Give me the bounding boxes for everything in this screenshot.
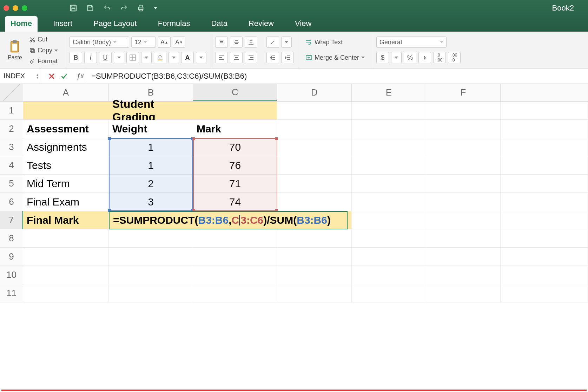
percent-button[interactable]: % <box>404 52 416 63</box>
cell-c6[interactable]: 74 <box>193 193 277 211</box>
col-header-d[interactable]: D <box>277 84 352 101</box>
row-header-10[interactable]: 10 <box>0 266 23 284</box>
minimize-window-button[interactable] <box>13 5 18 11</box>
row-header-1[interactable]: 1 <box>0 102 23 119</box>
font-size-combo[interactable]: 12 <box>131 37 156 48</box>
name-box[interactable]: INDEX ▴▾ <box>0 68 42 84</box>
col-header-a[interactable]: A <box>23 84 109 101</box>
col-header-g[interactable] <box>501 84 588 101</box>
format-painter-button[interactable]: Format <box>26 56 61 66</box>
font-color-more-button[interactable] <box>196 52 206 63</box>
paste-button[interactable]: Paste <box>5 34 25 66</box>
cell-b8[interactable] <box>109 229 193 247</box>
cell-d10[interactable] <box>277 266 352 284</box>
bold-button[interactable]: B <box>70 52 82 63</box>
cell-g9[interactable] <box>501 248 588 266</box>
decrease-decimal-button[interactable]: .00.0 <box>448 52 461 63</box>
cell-g3[interactable] <box>501 138 588 156</box>
cell-c10[interactable] <box>193 266 277 284</box>
cell-b11[interactable] <box>109 284 193 302</box>
cell-d1[interactable] <box>277 102 352 119</box>
cell-g8[interactable] <box>501 229 588 247</box>
font-name-combo[interactable]: Calibri (Body) <box>70 37 129 48</box>
cell-b4[interactable]: 1 <box>109 156 193 174</box>
tab-insert[interactable]: Insert <box>47 16 78 32</box>
underline-more-button[interactable] <box>114 52 124 63</box>
cell-e3[interactable] <box>352 138 426 156</box>
cell-d3[interactable] <box>277 138 352 156</box>
cell-c4[interactable]: 76 <box>193 156 277 174</box>
cell-b3[interactable]: 1 <box>109 138 193 156</box>
cell-d5[interactable] <box>277 175 352 192</box>
cell-d9[interactable] <box>277 248 352 266</box>
number-format-combo[interactable]: General <box>376 37 447 48</box>
row-header-4[interactable]: 4 <box>0 156 23 174</box>
cell-a6[interactable]: Final Exam <box>23 193 109 211</box>
tab-view[interactable]: View <box>289 16 317 32</box>
cell-c11[interactable] <box>193 284 277 302</box>
cell-c3[interactable]: 70 <box>193 138 277 156</box>
increase-font-button[interactable]: A▲ <box>158 37 171 48</box>
tab-review[interactable]: Review <box>243 16 279 32</box>
cell-g11[interactable] <box>501 284 588 302</box>
cancel-formula-button[interactable] <box>48 72 55 80</box>
print-icon[interactable] <box>137 4 145 12</box>
orientation-more-button[interactable] <box>281 37 292 48</box>
cell-a1[interactable] <box>23 102 109 119</box>
accept-formula-button[interactable] <box>60 72 68 80</box>
cell-e7[interactable] <box>352 211 426 229</box>
cell-f2[interactable] <box>426 120 501 138</box>
cell-f4[interactable] <box>426 156 501 174</box>
tab-home[interactable]: Home <box>5 16 38 32</box>
cell-a8[interactable] <box>23 229 109 247</box>
align-right-button[interactable] <box>245 52 257 63</box>
cell-f8[interactable] <box>426 229 501 247</box>
cell-c5[interactable]: 71 <box>193 175 277 192</box>
row-header-9[interactable]: 9 <box>0 248 23 266</box>
cell-f9[interactable] <box>426 248 501 266</box>
borders-more-button[interactable] <box>141 52 152 63</box>
cell-g1[interactable] <box>501 102 588 119</box>
cell-e9[interactable] <box>352 248 426 266</box>
cell-d2[interactable] <box>277 120 352 138</box>
align-bottom-button[interactable] <box>245 37 257 48</box>
row-header-2[interactable]: 2 <box>0 120 23 138</box>
qat-customize-icon[interactable] <box>154 7 157 9</box>
row-header-5[interactable]: 5 <box>0 175 23 192</box>
tab-formulas[interactable]: Formulas <box>152 16 196 32</box>
cell-d4[interactable] <box>277 156 352 174</box>
close-window-button[interactable] <box>4 5 9 11</box>
cell-b1-title[interactable]: Student Grading <box>109 102 193 119</box>
cut-button[interactable]: Cut <box>26 34 61 45</box>
cell-g5[interactable] <box>501 175 588 192</box>
italic-button[interactable]: I <box>84 52 97 63</box>
col-header-c[interactable]: C <box>193 84 277 101</box>
cell-g7[interactable] <box>501 211 588 229</box>
cell-a11[interactable] <box>23 284 109 302</box>
comma-button[interactable]: › <box>418 52 431 63</box>
align-middle-button[interactable] <box>230 37 243 48</box>
cell-d8[interactable] <box>277 229 352 247</box>
increase-decimal-button[interactable]: .0.00 <box>433 52 446 63</box>
save-icon[interactable] <box>70 4 77 12</box>
row-header-7[interactable]: 7 <box>0 211 23 229</box>
cell-a4[interactable]: Tests <box>23 156 109 174</box>
cell-f1[interactable] <box>426 102 501 119</box>
tab-data[interactable]: Data <box>205 16 233 32</box>
borders-button[interactable] <box>126 52 139 63</box>
currency-more-button[interactable] <box>391 52 402 63</box>
cell-f10[interactable] <box>426 266 501 284</box>
cell-f3[interactable] <box>426 138 501 156</box>
cell-a2[interactable]: Assessment <box>23 120 109 138</box>
cell-e8[interactable] <box>352 229 426 247</box>
cell-f11[interactable] <box>426 284 501 302</box>
row-header-11[interactable]: 11 <box>0 284 23 302</box>
align-left-button[interactable] <box>215 52 228 63</box>
namebox-stepper[interactable]: ▴▾ <box>37 73 38 79</box>
row-header-6[interactable]: 6 <box>0 193 23 211</box>
save-alt-icon[interactable] <box>86 4 94 12</box>
cell-e2[interactable] <box>352 120 426 138</box>
wrap-text-button[interactable]: Wrap Text <box>303 37 345 47</box>
fill-color-button[interactable] <box>154 52 166 63</box>
orientation-button[interactable] <box>266 37 279 48</box>
